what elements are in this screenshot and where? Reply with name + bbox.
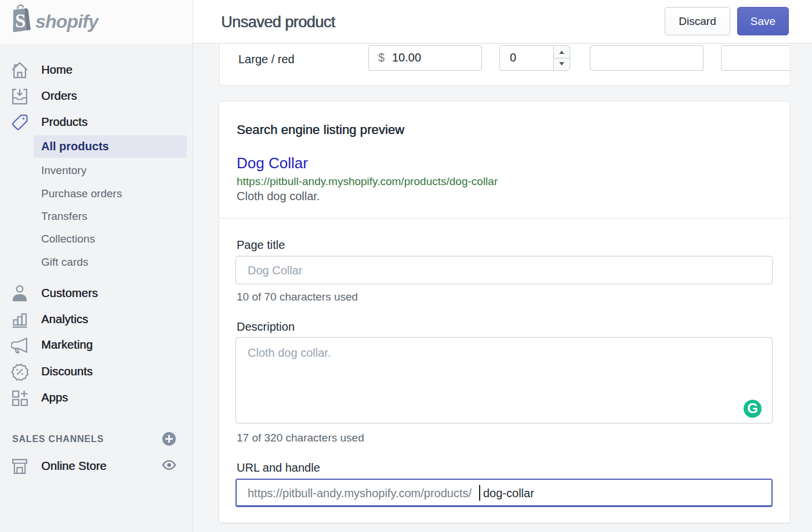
svg-text:shopify: shopify [35,11,99,32]
svg-text:S: S [15,10,26,31]
